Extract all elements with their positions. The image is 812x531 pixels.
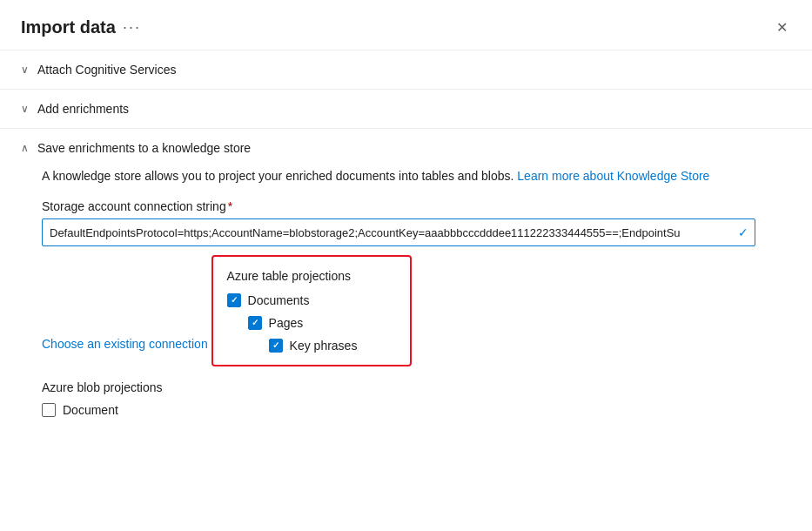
checkbox-item-pages: ✓ Pages: [227, 316, 396, 330]
panel-header: Import data ··· ✕: [0, 0, 812, 50]
section-save-enrichments-label: Save enrichments to a knowledge store: [37, 141, 251, 155]
azure-blob-projections-section: Azure blob projections Document: [42, 380, 791, 417]
checkbox-document-blob[interactable]: [42, 403, 56, 417]
section-save-enrichments-content: A knowledge store allows you to project …: [0, 167, 812, 434]
input-check-icon: ✓: [738, 225, 748, 239]
checkbox-document-blob-label: Document: [63, 403, 118, 417]
import-data-panel: Import data ··· ✕ Attach Cognitive Servi…: [0, 0, 812, 531]
section-attach-cognitive: Attach Cognitive Services: [0, 50, 812, 89]
section-add-enrichments-header[interactable]: Add enrichments: [0, 90, 812, 128]
section-save-enrichments-header[interactable]: Save enrichments to a knowledge store: [0, 129, 812, 167]
azure-table-projections-box: Azure table projections ✓ Documents ✓ Pa…: [211, 255, 412, 366]
section-save-enrichments: Save enrichments to a knowledge store A …: [0, 128, 812, 434]
section-add-enrichments-label: Add enrichments: [37, 102, 129, 116]
checkbox-key-phrases-label: Key phrases: [290, 339, 358, 353]
section-attach-cognitive-label: Attach Cognitive Services: [37, 63, 177, 77]
section-attach-cognitive-header[interactable]: Attach Cognitive Services: [0, 50, 812, 89]
checkbox-item-document-blob: Document: [42, 403, 791, 417]
checkbox-item-key-phrases: ✓ Key phrases: [227, 339, 396, 353]
panel-title: Import data: [21, 17, 116, 37]
checkbox-item-documents: ✓ Documents: [227, 293, 396, 307]
blob-projections-title: Azure blob projections: [42, 380, 791, 394]
checkbox-pages[interactable]: ✓: [248, 316, 262, 330]
chevron-up-icon: [21, 142, 29, 154]
check-mark-icon: ✓: [272, 341, 279, 350]
check-mark-icon: ✓: [252, 319, 258, 327]
checkbox-documents[interactable]: ✓: [227, 293, 241, 307]
panel-title-area: Import data ···: [21, 17, 141, 37]
check-mark-icon: ✓: [231, 296, 238, 305]
checkbox-pages-label: Pages: [269, 316, 304, 330]
checkbox-key-phrases[interactable]: ✓: [269, 339, 283, 353]
checkbox-documents-label: Documents: [248, 293, 310, 307]
chevron-down-icon: [21, 64, 29, 76]
section-add-enrichments: Add enrichments: [0, 89, 812, 128]
knowledge-store-description: A knowledge store allows you to project …: [42, 167, 791, 185]
required-star: *: [228, 199, 232, 213]
learn-more-link[interactable]: Learn more about Knowledge Store: [517, 169, 709, 183]
connection-string-wrapper: ✓: [42, 218, 755, 246]
chevron-down-icon: [21, 103, 29, 115]
more-options-icon[interactable]: ···: [123, 18, 141, 37]
table-projections-title: Azure table projections: [227, 269, 396, 283]
connection-string-label: Storage account connection string*: [42, 199, 791, 213]
close-icon: ✕: [776, 19, 788, 36]
connection-string-input[interactable]: [42, 218, 755, 246]
choose-existing-connection-link[interactable]: Choose an existing connection: [42, 337, 208, 351]
close-button[interactable]: ✕: [773, 16, 791, 39]
